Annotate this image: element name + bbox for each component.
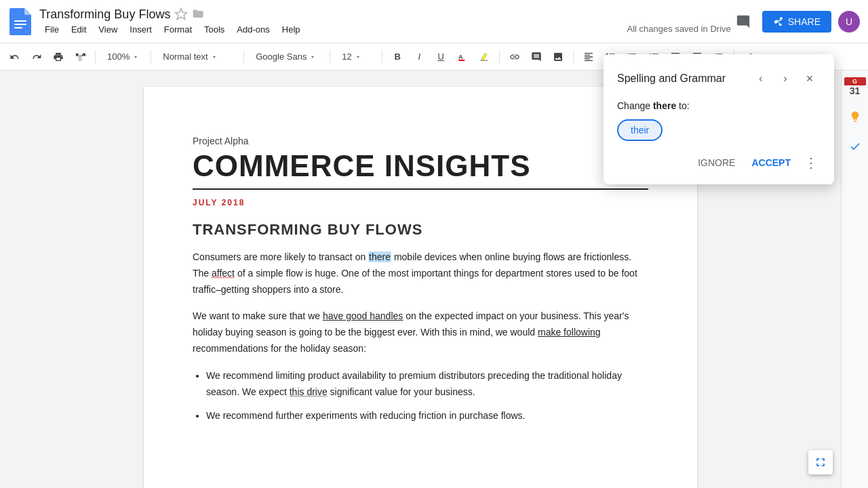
floating-action-button[interactable]: [808, 450, 833, 474]
add-comment-button[interactable]: [527, 47, 546, 66]
menu-edit[interactable]: Edit: [66, 23, 92, 36]
underline-affect: affect: [212, 268, 235, 279]
more-options-spell-button[interactable]: ⋮: [802, 152, 821, 174]
divider-2: [151, 50, 151, 64]
font-size-selector[interactable]: 12: [336, 47, 376, 66]
align-left-button[interactable]: [579, 47, 598, 66]
topbar-right: SHARE U: [731, 9, 860, 34]
highlighted-word: there: [368, 251, 391, 262]
image-button[interactable]: [549, 47, 568, 66]
svg-marker-3: [176, 9, 187, 20]
this-drive-link: this drive: [290, 386, 328, 397]
right-sidebar: G 31: [841, 70, 868, 488]
user-avatar[interactable]: U: [838, 11, 860, 33]
svg-rect-5: [458, 60, 465, 61]
paint-format-button[interactable]: [71, 47, 90, 66]
star-icon[interactable]: [174, 7, 188, 21]
print-button[interactable]: [49, 47, 68, 66]
doc-title[interactable]: Transforming Buy Flows: [39, 7, 170, 22]
top-bar: Transforming Buy Flows File Edit View In…: [0, 0, 868, 43]
folder-icon[interactable]: [192, 7, 205, 21]
divider-6: [499, 50, 500, 64]
calendar-sidebar-button[interactable]: G 31: [844, 76, 866, 98]
share-button[interactable]: SHARE: [762, 11, 831, 33]
underline-following: make following: [538, 327, 601, 338]
menu-addons[interactable]: Add-ons: [231, 23, 275, 36]
svg-rect-0: [14, 20, 26, 22]
divider-4: [330, 50, 330, 64]
spell-grammar-popup: Spelling and Grammar ‹ › × Change there …: [604, 54, 834, 184]
comments-button[interactable]: [731, 9, 755, 34]
project-label: Project Alpha: [193, 136, 648, 146]
style-selector[interactable]: Normal text: [157, 47, 238, 66]
menu-view[interactable]: View: [93, 23, 123, 36]
menu-insert[interactable]: Insert: [124, 23, 157, 36]
bold-button[interactable]: B: [388, 47, 407, 66]
underline-button[interactable]: U: [431, 47, 450, 66]
menu-file[interactable]: File: [39, 23, 64, 36]
divider-1: [95, 50, 96, 64]
bullet-item-2: We recommend further experiments with re…: [206, 408, 648, 424]
zoom-selector[interactable]: 100%: [101, 47, 145, 66]
popup-header: Spelling and Grammar ‹ › ×: [617, 68, 821, 89]
popup-title: Spelling and Grammar: [617, 73, 726, 85]
spell-actions: IGNORE ACCEPT ⋮: [617, 152, 821, 174]
paragraph-2: We want to make sure that we have good h…: [193, 308, 648, 357]
docs-icon: [8, 8, 33, 35]
bullet-list: We recommend limiting product availabili…: [206, 368, 648, 424]
check-sidebar-button[interactable]: [844, 136, 866, 157]
popup-close-button[interactable]: ×: [799, 68, 821, 89]
bullet-item-1: We recommend limiting product availabili…: [206, 368, 648, 401]
text-color-button[interactable]: A: [453, 47, 472, 66]
popup-next-button[interactable]: ›: [774, 68, 796, 89]
underline-handles: have good handles: [323, 310, 403, 321]
highlight-button[interactable]: [475, 47, 494, 66]
popup-nav: ‹ › ×: [750, 68, 821, 89]
divider-5: [382, 50, 382, 64]
date-label: JULY 2018: [193, 198, 648, 207]
menu-bar: File Edit View Insert Format Tools Add-o…: [39, 23, 614, 36]
link-button[interactable]: [505, 47, 524, 66]
main-heading: COMMERCE INSIGHTS: [193, 149, 648, 183]
paragraph-1: Consumers are more likely to transact on…: [193, 249, 648, 298]
wrong-word: there: [653, 100, 676, 111]
ignore-button[interactable]: IGNORE: [692, 153, 741, 172]
heading-divider: [193, 188, 648, 190]
suggestion-button[interactable]: their: [617, 119, 663, 141]
accept-button[interactable]: ACCEPT: [746, 153, 796, 172]
title-area: Transforming Buy Flows File Edit View In…: [39, 7, 614, 36]
doc-title-row: Transforming Buy Flows: [39, 7, 614, 22]
section-title: TRANSFORMING BUY FLOWS: [193, 221, 648, 239]
italic-button[interactable]: I: [410, 47, 429, 66]
popup-prev-button[interactable]: ‹: [750, 68, 772, 89]
lightbulb-sidebar-button[interactable]: [844, 106, 866, 127]
menu-help[interactable]: Help: [277, 23, 306, 36]
menu-tools[interactable]: Tools: [199, 23, 230, 36]
saved-status: All changes saved in Drive: [627, 24, 731, 34]
svg-text:A: A: [458, 53, 463, 60]
divider-3: [243, 50, 244, 64]
svg-rect-2: [14, 27, 22, 28]
menu-format[interactable]: Format: [159, 23, 197, 36]
spell-change-description: Change there to:: [617, 100, 821, 111]
undo-button[interactable]: [5, 47, 24, 66]
svg-rect-1: [14, 24, 26, 25]
divider-7: [573, 50, 574, 64]
redo-button[interactable]: [27, 47, 46, 66]
font-selector[interactable]: Google Sans: [250, 47, 324, 66]
